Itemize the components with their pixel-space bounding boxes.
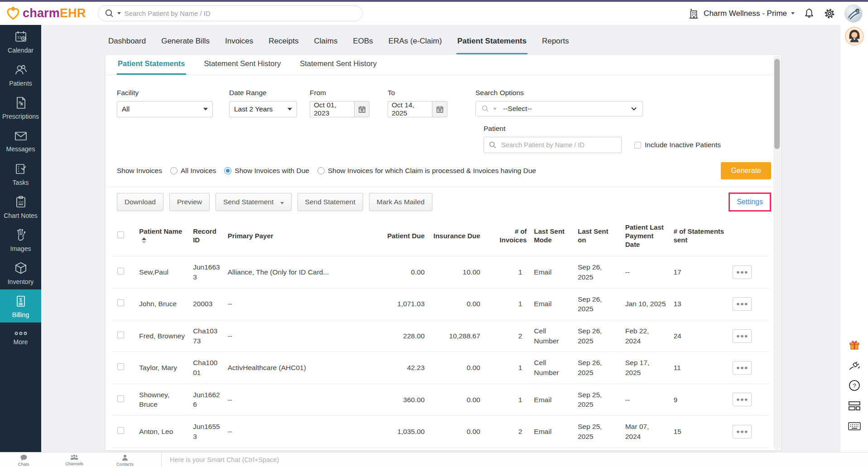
channels-button[interactable]: Channels [64, 453, 84, 466]
patient-name-link[interactable]: Anton, Leo [135, 416, 189, 448]
radio-icon-selected[interactable] [224, 167, 231, 174]
to-calendar-icon[interactable] [432, 101, 447, 117]
date-range-select[interactable]: Last 2 Years [229, 101, 297, 117]
send-statement-menu-button[interactable]: Send Statement [216, 193, 291, 211]
row-actions-button[interactable]: ●●● [733, 425, 752, 438]
to-date-value[interactable]: Oct 14, 2025 [388, 101, 432, 117]
search-options-select[interactable]: --Select-- [475, 101, 643, 116]
tab-generate-bills[interactable]: Generate Bills [160, 37, 211, 54]
sidebar-item-inventory[interactable]: Inventory [0, 256, 41, 289]
gift-icon[interactable] [848, 338, 861, 351]
radio-claim-processed[interactable]: Show Invoices for which Claim is process… [317, 167, 536, 175]
sidebar-item-images[interactable]: Images [0, 223, 41, 256]
global-patient-search[interactable] [98, 5, 363, 21]
patient-name-link[interactable]: Showney, Bruce [135, 384, 189, 415]
sidebar-item-messages[interactable]: Messages [0, 124, 41, 157]
row-actions-button[interactable]: ●●● [733, 265, 752, 279]
sidebar-item-calendar[interactable]: 12 Calendar [0, 25, 41, 58]
preview-button[interactable]: Preview [169, 193, 210, 211]
sort-icon[interactable] [142, 237, 146, 244]
from-date-field[interactable]: Oct 01, 2023 [310, 101, 369, 117]
table-row[interactable]: Smith,Amber Cha10035 -- 21.00 0.00 1 - -… [112, 448, 769, 451]
include-inactive-checkbox-row[interactable]: Include Inactive Patients [634, 141, 721, 149]
patient-search-field[interactable] [484, 137, 622, 153]
smart-chat-text[interactable]: Here is your Smart Chat (Ctrl+Space) [170, 453, 279, 467]
select-all-checkbox[interactable] [117, 231, 124, 238]
settings-link[interactable]: Settings [737, 198, 763, 206]
search-icon[interactable] [105, 9, 115, 19]
row-checkbox[interactable] [117, 268, 124, 274]
col-patient-name[interactable]: Patient Name [135, 216, 189, 256]
layout-panels-icon[interactable] [848, 399, 861, 413]
patient-name-link[interactable]: Fred, Browney [135, 320, 189, 352]
subtab-statement-sent-history-1[interactable]: Statement Sent History [203, 59, 282, 75]
tab-invoices[interactable]: Invoices [224, 37, 254, 54]
mark-as-mailed-button[interactable]: Mark As Mailed [369, 193, 432, 211]
user-avatar[interactable] [844, 5, 863, 23]
facility-select[interactable]: All [117, 101, 213, 117]
generate-button[interactable]: Generate [721, 162, 771, 179]
table-row[interactable]: John, Bruce 20003 -- 1,071.03 0.00 1 Ema… [112, 288, 769, 320]
tab-eobs[interactable]: EOBs [352, 37, 374, 54]
from-calendar-icon[interactable] [354, 101, 369, 117]
radio-icon[interactable] [170, 167, 177, 174]
table-row[interactable]: Fred, Browney Cha10373 -- 228.00 10,288.… [112, 320, 769, 352]
row-actions-button[interactable]: ●●● [733, 361, 752, 375]
row-checkbox[interactable] [117, 332, 124, 338]
contacts-button[interactable]: Contacts [115, 453, 135, 467]
to-date-field[interactable]: Oct 14, 2025 [388, 101, 447, 117]
sidebar-item-patients[interactable]: Patients [0, 58, 41, 91]
patient-name-link[interactable]: Smith,Amber [135, 448, 189, 451]
row-checkbox[interactable] [117, 363, 124, 370]
practice-selector[interactable]: Charm Wellness - Prime [688, 8, 795, 19]
charmehr-logo[interactable]: charmEHR [6, 6, 86, 21]
patient-name-link[interactable]: Taylor, Mary [135, 352, 189, 384]
patient-name-link[interactable]: John, Bruce [135, 288, 189, 320]
sidebar-item-prescriptions[interactable]: R Prescriptions [0, 91, 41, 124]
subtab-statement-sent-history-2[interactable]: Statement Sent History [299, 59, 378, 75]
tab-claims[interactable]: Claims [313, 37, 338, 54]
row-checkbox[interactable] [117, 299, 124, 306]
plug-icon[interactable] [848, 358, 861, 372]
record-id-cell: Cha10001 [189, 352, 224, 384]
search-type-caret-icon[interactable] [117, 12, 121, 14]
row-actions-button[interactable]: ●●● [733, 393, 752, 406]
help-icon[interactable]: ? [848, 379, 861, 392]
patient-name-link[interactable]: Sew,Paul [135, 256, 189, 288]
row-checkbox[interactable] [117, 395, 124, 402]
from-date-value[interactable]: Oct 01, 2023 [310, 101, 354, 117]
tab-reports[interactable]: Reports [541, 37, 570, 54]
last-sent-mode-cell: - [530, 448, 574, 451]
tab-dashboard[interactable]: Dashboard [107, 37, 147, 54]
download-button[interactable]: Download [117, 193, 163, 211]
tab-patient-statements[interactable]: Patient Statements [456, 37, 528, 54]
radio-all-invoices[interactable]: All Invoices [170, 167, 216, 175]
subtab-patient-statements[interactable]: Patient Statements [117, 59, 186, 75]
table-row[interactable]: Anton, Leo Jun16553 -- 1,035.00 0.00 2 E… [112, 416, 769, 448]
chats-button[interactable]: Chats [14, 453, 34, 467]
sidebar-item-more[interactable]: More [0, 324, 41, 351]
keyboard-icon[interactable] [848, 419, 861, 433]
table-row[interactable]: Taylor, Mary Cha10001 ActivHealthcare (A… [112, 352, 769, 384]
radio-show-invoices-with-due[interactable]: Show Invoices with Due [224, 167, 309, 175]
notifications-bell-icon[interactable] [804, 8, 815, 19]
patient-search-input[interactable] [500, 141, 617, 149]
row-actions-button[interactable]: ●●● [733, 329, 752, 343]
tab-receipts[interactable]: Receipts [268, 37, 299, 54]
table-row[interactable]: Showney, Bruce Jun16626 -- 360.00 0.00 1… [112, 384, 769, 415]
global-search-input[interactable] [124, 9, 356, 18]
sidebar-item-tasks[interactable]: Tasks [0, 157, 41, 190]
assistant-avatar[interactable] [845, 27, 864, 46]
settings-gear-icon[interactable] [824, 8, 835, 19]
panel-scrollbar[interactable] [773, 55, 781, 450]
row-actions-button[interactable]: ●●● [733, 297, 752, 311]
sidebar-item-billing[interactable]: $ Billing [0, 289, 41, 323]
scrollbar-thumb[interactable] [774, 59, 780, 149]
send-statement-button[interactable]: Send Statement [297, 193, 363, 211]
radio-icon[interactable] [317, 167, 325, 174]
row-checkbox[interactable] [117, 427, 124, 434]
include-inactive-checkbox[interactable] [634, 142, 641, 149]
sidebar-item-chart-notes[interactable]: CC Chart Notes [0, 190, 41, 223]
table-row[interactable]: Sew,Paul Jun16633 Alliance, The (Only fo… [112, 256, 769, 288]
tab-eras[interactable]: ERAs (e-Claim) [388, 37, 443, 54]
